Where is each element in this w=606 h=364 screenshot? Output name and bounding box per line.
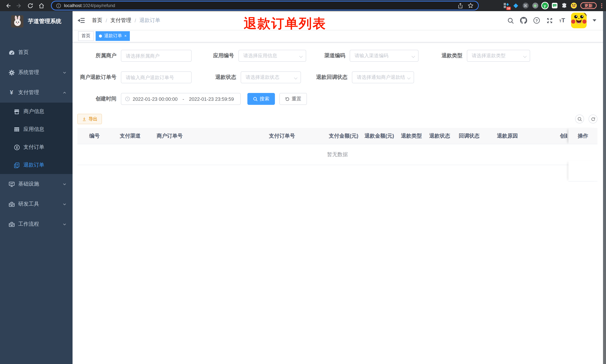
user-avatar[interactable]	[571, 13, 587, 28]
filter-label-channel: 渠道编码	[306, 52, 345, 59]
sidebar-item-pay-order[interactable]: 支付订单	[0, 138, 73, 156]
refund-type-select[interactable]: 请选择退款类型	[467, 50, 530, 62]
extension-command-icon[interactable]: ⌘	[522, 2, 529, 9]
filter-label-refund-type: 退款类型	[423, 52, 462, 59]
extension-chat-icon[interactable]	[551, 2, 558, 9]
extension-kite-icon[interactable]	[513, 2, 519, 9]
export-button-label: 导出	[89, 116, 97, 122]
sidebar-item-label: 首页	[18, 49, 66, 56]
sidebar-item-workflow[interactable]: 工作流程	[0, 214, 73, 234]
filter-row-1: 所属商户 应用编号 请选择应用信息 渠道编码 请输入渠道编码 退款类型 请选择退…	[77, 50, 606, 62]
home-icon[interactable]	[38, 2, 45, 9]
reload-icon[interactable]	[27, 2, 33, 9]
extension-y-icon[interactable]: y	[542, 2, 548, 9]
filter-label-merchant: 所属商户	[77, 52, 117, 59]
breadcrumb-home[interactable]: 首页	[92, 17, 102, 24]
refresh-icon	[285, 96, 290, 101]
sidebar: 芋道管理系统 首页 系统管理 ¥ 支付管理	[0, 11, 73, 364]
avatar-caret-icon[interactable]	[593, 19, 596, 22]
filter-label-merchant-refund-no: 商户退款订单号	[77, 74, 117, 81]
share-icon[interactable]	[458, 3, 463, 8]
filter-label-create-time: 创建时间	[77, 96, 117, 102]
merchant-refund-no-input[interactable]	[121, 71, 192, 83]
refund-table: 编号 支付渠道 商户订单号 支付订单号 支付金额(元) 退款金额(元) 退款类型…	[77, 128, 597, 165]
sidebar-item-merchant-info[interactable]: 商户信息	[0, 103, 73, 120]
app-title: 芋道管理系统	[28, 18, 61, 25]
table-header-row: 编号 支付渠道 商户订单号 支付订单号 支付金额(元) 退款金额(元) 退款类型…	[77, 128, 597, 144]
font-size-icon[interactable]: TT	[559, 17, 565, 23]
bookmark-star-icon[interactable]	[468, 3, 474, 9]
main-area: 退款订单列表 首页 / 支付管理 / 退款订单	[73, 11, 606, 364]
page-scrollbar[interactable]	[603, 11, 606, 364]
refund-status-select[interactable]: 请选择退款状态	[241, 71, 301, 83]
channel-select[interactable]: 请输入渠道编码	[350, 50, 419, 62]
github-icon[interactable]	[520, 17, 527, 24]
browser-menu-icon[interactable]	[600, 3, 603, 8]
browser-nav	[0, 2, 45, 9]
sidebar-item-system[interactable]: 系统管理	[0, 63, 73, 83]
browser-update-button[interactable]: 更新	[580, 2, 597, 9]
sidebar-logo-row[interactable]: 芋道管理系统	[0, 11, 73, 31]
filter-label-notify-status: 退款回调状态	[308, 74, 347, 81]
browser-extensions-area: 10 ⌘ y 更新	[503, 0, 603, 11]
help-icon[interactable]: ?	[533, 17, 540, 24]
tab-refund-order[interactable]: 退款订单 ×	[96, 31, 130, 41]
notify-status-select[interactable]: 请选择通知商户退款结果	[352, 71, 414, 83]
fullscreen-icon[interactable]	[546, 17, 553, 24]
create-time-range-picker[interactable]: 2022-01-23 00:00:00 - 2022-01-23 23:59:5…	[121, 93, 241, 105]
extension-record-icon[interactable]	[532, 2, 538, 9]
chevron-down-icon	[63, 222, 66, 226]
app-select[interactable]: 请选择应用信息	[238, 50, 306, 62]
column-header: 退款状态	[426, 132, 455, 139]
chevron-up-icon	[63, 91, 66, 95]
chevron-down-icon	[407, 76, 410, 79]
filter-label-app: 应用编号	[195, 52, 234, 59]
clock-icon	[125, 96, 130, 102]
search-icon	[253, 96, 258, 101]
sidebar-fold-icon[interactable]	[77, 17, 85, 24]
actions-fixed-column-body	[568, 161, 597, 182]
merchant-select-input[interactable]	[121, 50, 192, 62]
app-frame: 芋道管理系统 首页 系统管理 ¥ 支付管理	[0, 11, 606, 364]
profile-emoji-icon[interactable]	[571, 2, 577, 9]
sidebar-item-app-info[interactable]: 应用信息	[0, 120, 73, 138]
extension-badge: 10	[506, 7, 511, 10]
breadcrumb-separator: /	[135, 17, 136, 23]
tab-close-icon[interactable]: ×	[124, 34, 127, 38]
tab-home[interactable]: 首页	[78, 31, 94, 41]
extension-squares-icon[interactable]: 10	[503, 2, 509, 9]
column-header-clipped: 创建时间	[556, 132, 567, 139]
range-end-value: 2022-01-23 23:59:59	[189, 96, 237, 102]
column-header: 操作	[578, 132, 588, 139]
url-path: :1024/pay/refund	[82, 3, 115, 8]
search-icon[interactable]	[507, 17, 514, 24]
sidebar-item-label: 退款订单	[24, 162, 66, 169]
refresh-table-button[interactable]	[589, 115, 597, 123]
search-button[interactable]: 搜索	[247, 93, 275, 105]
reset-button-label: 重置	[292, 96, 301, 102]
show-search-toggle-button[interactable]	[575, 115, 584, 123]
site-info-icon[interactable]	[56, 3, 61, 8]
url-bar[interactable]: localhost:1024/pay/refund	[52, 1, 478, 10]
sidebar-item-label: 系统管理	[18, 69, 63, 76]
dashboard-icon	[8, 49, 15, 56]
extensions-puzzle-icon[interactable]	[561, 2, 567, 9]
sidebar-item-payment[interactable]: ¥ 支付管理	[0, 83, 73, 103]
tab-active-dot	[99, 34, 102, 37]
sidebar-item-label: 支付管理	[18, 89, 63, 96]
empty-text: 暂无数据	[327, 151, 348, 158]
sidebar-item-refund-order[interactable]: 退款订单	[0, 156, 73, 174]
app-logo-rabbit	[11, 15, 24, 27]
back-icon[interactable]	[5, 2, 11, 9]
url-text[interactable]: localhost:1024/pay/refund	[64, 3, 115, 8]
sidebar-item-infrastructure[interactable]: 基础设施	[0, 174, 73, 194]
range-separator: -	[183, 96, 184, 102]
chevron-down-icon	[523, 54, 527, 58]
reset-button[interactable]: 重置	[279, 93, 307, 105]
breadcrumb-payment[interactable]: 支付管理	[110, 17, 131, 24]
sidebar-item-home[interactable]: 首页	[0, 42, 73, 63]
export-button[interactable]: 导出	[77, 114, 102, 124]
documents-icon	[13, 162, 20, 169]
forward-icon[interactable]	[16, 2, 22, 9]
sidebar-item-dev-tools[interactable]: 研发工具	[0, 194, 73, 214]
